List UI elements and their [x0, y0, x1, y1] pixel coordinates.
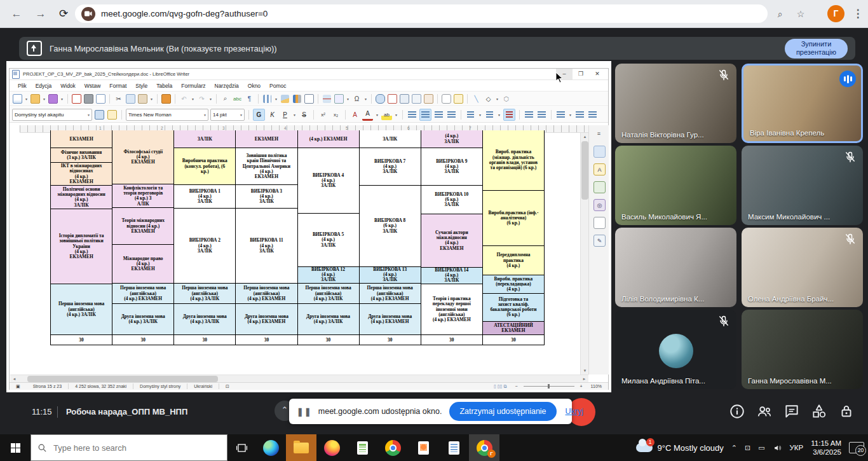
taskbar-clock[interactable]: 11:15 AM 3/6/2025 — [811, 439, 841, 457]
table-cell[interactable]: 30 — [360, 335, 421, 345]
basic-shapes-icon[interactable]: ◇ — [483, 93, 494, 104]
superscript-button[interactable]: x² — [318, 109, 329, 120]
horizontal-scroll-thumb[interactable] — [27, 376, 218, 382]
new-document-icon[interactable] — [12, 93, 23, 104]
taskbar-chrome[interactable] — [377, 434, 408, 461]
table-cell[interactable]: ВИБІРКОВА 9 (4 кр.) ЗАЛІК — [421, 148, 483, 186]
table-cell[interactable]: Перша іноземна мова (англійська) (4 кр.)… — [360, 284, 421, 304]
participant-tile[interactable]: Олена Андріївна Брайч... — [742, 228, 863, 307]
page-deck-icon[interactable] — [593, 217, 606, 229]
print-icon[interactable] — [83, 93, 94, 104]
host-controls-lock-icon[interactable] — [838, 403, 855, 420]
table-cell[interactable]: Перша іноземна мова (англійська) (4 кр.)… — [236, 284, 297, 304]
search-input[interactable] — [52, 443, 182, 453]
start-button[interactable] — [0, 434, 31, 461]
special-character-icon[interactable]: Ω — [351, 93, 362, 104]
chat-icon[interactable] — [783, 403, 800, 420]
zoom-out-icon[interactable]: − — [513, 384, 519, 389]
symbol-shapes-icon[interactable]: ⬡ — [501, 93, 512, 104]
save-icon[interactable] — [48, 93, 58, 104]
page-style-status[interactable]: Domyślny styl strony — [133, 384, 187, 389]
table-cell[interactable]: Політичні основи міжнародних відносин (4… — [51, 186, 112, 209]
new-style-icon[interactable] — [107, 109, 118, 120]
highlight-color-button[interactable]: ab — [381, 109, 392, 120]
table-cell[interactable]: ВИБІРКОВА 12 (4 кр.) ЗАЛІК — [298, 267, 360, 284]
menu-formularz[interactable]: Formularz — [177, 83, 210, 89]
table-cell[interactable]: Міжнародне право (4 кр.) ЕКЗАМЕН — [112, 245, 174, 284]
table-cell[interactable]: Фізичне виховання (3 кр.) ЗАЛІК — [51, 148, 112, 163]
table-cell[interactable]: ВИБІРКОВА 11 (4 кр.) ЗАЛІК — [236, 209, 297, 284]
insert-text-box-icon[interactable] — [304, 93, 315, 104]
table-cell[interactable]: ВИБІРКОВА 4 (4 кр.) ЗАЛІК — [298, 148, 360, 214]
spelling-icon[interactable]: abc — [232, 93, 243, 104]
taskbar-libreoffice-impress[interactable] — [408, 434, 438, 461]
participant-tile[interactable]: Максим Миколайович ... — [742, 146, 863, 225]
insert-image-icon[interactable] — [280, 93, 290, 104]
menu-style[interactable]: Style — [131, 83, 152, 89]
footnote-icon[interactable] — [387, 93, 398, 104]
hide-toast-link[interactable]: Ukryj — [566, 407, 583, 416]
table-cell[interactable]: ЕКЗАМЕН — [236, 130, 297, 148]
scroll-right-icon[interactable]: ► — [580, 375, 588, 383]
clear-formatting-icon[interactable]: A — [349, 109, 360, 120]
profile-avatar[interactable]: Г — [827, 5, 844, 22]
participant-tile[interactable]: Василь Миколайович Я... — [615, 146, 736, 225]
redo-icon[interactable]: ↷ — [196, 93, 207, 104]
page-count[interactable]: Strona 15 z 23 — [27, 384, 69, 389]
export-pdf-icon[interactable] — [71, 93, 82, 104]
paragraph-style-select[interactable]: Domyślny styl akapitu▾ — [12, 109, 92, 121]
forward-icon[interactable]: → — [33, 6, 48, 22]
italic-button[interactable]: K — [267, 109, 278, 120]
taskbar-libreoffice-writer[interactable] — [438, 434, 469, 461]
update-style-icon[interactable] — [94, 109, 105, 120]
open-file-icon[interactable] — [30, 93, 41, 104]
participant-tile[interactable]: Ганна Мирославівна М... — [742, 310, 863, 389]
subscript-button[interactable]: x₂ — [330, 109, 341, 120]
table-cell[interactable]: ВИБІРКОВА 7 (4 кр.) ЗАЛІК — [360, 148, 421, 186]
table-cell[interactable]: 30 — [298, 335, 360, 345]
table-cell[interactable]: Друга іноземна мова (4 кр.) ЕКЗАМЕН — [360, 304, 421, 335]
vertical-scroll-thumb[interactable] — [581, 141, 588, 200]
gallery-deck-icon[interactable] — [593, 181, 606, 193]
menu-okno[interactable]: Okno — [243, 83, 265, 89]
participant-tile[interactable]: Наталія Вікторівна Гур... — [615, 64, 736, 143]
table-cell[interactable]: Вироб. практика (міжнар. діяльність орга… — [483, 130, 545, 191]
no-list-button[interactable] — [503, 109, 515, 121]
numbered-list-button[interactable] — [484, 109, 495, 120]
table-cell[interactable]: 30 — [174, 335, 236, 345]
table-cell[interactable]: ВИБІРКОВА 13 (4 кр.) ЗАЛІК — [360, 267, 421, 284]
table-cell[interactable]: Теорія і практика перекладу першої інозе… — [421, 284, 483, 335]
table-cell[interactable]: Зовнішня політика країн Північної та Цен… — [236, 148, 297, 185]
cross-reference-icon[interactable] — [423, 93, 434, 104]
justify-button[interactable] — [446, 109, 457, 120]
weather-widget[interactable]: 1 9°C Mostly cloudy — [636, 443, 724, 453]
table-cell[interactable]: Виробн.практика (інф.- аналітична) (6 кр… — [483, 191, 545, 246]
insert-field-icon[interactable] — [334, 93, 344, 104]
zoom-page-icon[interactable]: ⌕ — [773, 6, 788, 22]
style-inspector-icon[interactable]: ✎ — [593, 235, 606, 247]
zoom-slider[interactable] — [524, 386, 574, 387]
tray-volume-icon[interactable] — [773, 444, 782, 452]
table-cell[interactable]: Друга іноземна мова (4 кр.) ЗАЛІК — [112, 304, 174, 335]
taskbar-libreoffice-calc[interactable] — [347, 434, 377, 461]
font-color-button[interactable]: A — [362, 108, 373, 121]
copy-icon[interactable] — [125, 93, 136, 104]
pause-share-icon[interactable]: ❚❚ — [297, 407, 312, 416]
taskbar-chrome-profile-active[interactable]: Г — [469, 434, 499, 461]
paste-icon[interactable] — [137, 93, 148, 104]
task-view-button[interactable] — [227, 434, 255, 461]
table-cell[interactable]: (4 кр.) ЗАЛІК — [421, 130, 483, 148]
table-cell[interactable]: Теорія міжнародних відносин (4 кр.) ЕКЗА… — [112, 208, 174, 245]
menu-wstaw[interactable]: Wstaw — [80, 83, 105, 89]
horizontal-scrollbar[interactable]: ◄ ► — [10, 375, 588, 382]
navigator-deck-icon[interactable]: ◎ — [593, 199, 606, 211]
clone-formatting-icon[interactable] — [161, 93, 172, 104]
table-cell[interactable]: 30 — [112, 335, 174, 345]
word-count[interactable]: 4 252 słowa, 32 352 znaki — [69, 384, 133, 389]
taskbar-search[interactable] — [31, 434, 227, 461]
table-cell[interactable]: Перша іноземна мова (англійська) (4 кр.)… — [112, 284, 174, 304]
decrease-paragraph-spacing-icon[interactable] — [587, 109, 598, 120]
table-cell[interactable]: Друга іноземна мова (4 кр.) ЕКЗАМЕН — [236, 304, 297, 335]
bookmark-star-icon[interactable]: ☆ — [793, 6, 808, 22]
scroll-left-icon[interactable]: ◄ — [10, 375, 18, 383]
